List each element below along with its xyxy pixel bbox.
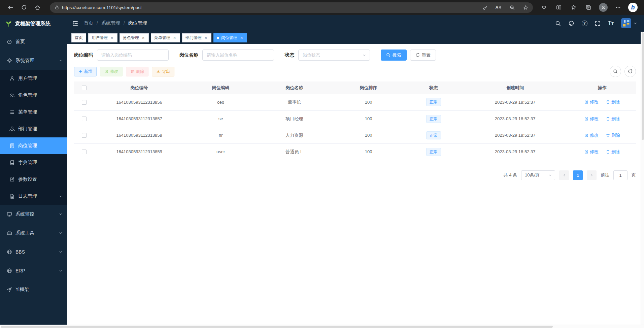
read-aloud-icon[interactable]: A bbox=[493, 3, 504, 12]
sidebar-item-dictionary[interactable]: 字典管理 bbox=[0, 154, 67, 171]
copilot-bing-button[interactable]: b bbox=[626, 2, 639, 13]
help-icon[interactable]: ? bbox=[582, 21, 587, 26]
vertical-scrollbar-thumb[interactable] bbox=[642, 32, 644, 140]
more-menu-icon[interactable] bbox=[612, 2, 624, 13]
row-checkbox[interactable] bbox=[82, 133, 87, 138]
select-all-checkbox[interactable] bbox=[82, 86, 87, 90]
sidebar-item-departments[interactable]: 部门管理 bbox=[0, 121, 67, 137]
collapse-sidebar-icon[interactable] bbox=[72, 20, 78, 27]
home-button[interactable] bbox=[32, 2, 43, 13]
sidebar-item-yi-framework[interactable]: Yi框架 bbox=[0, 280, 67, 299]
close-icon[interactable]: × bbox=[204, 36, 208, 40]
tab-departments[interactable]: 部门管理 × bbox=[182, 33, 211, 42]
export-button[interactable]: 导出 bbox=[152, 67, 174, 76]
column-header-post-name: 岗位名称 bbox=[257, 81, 331, 94]
sidebar-item-label: 参数设置 bbox=[18, 176, 63, 183]
font-size-icon[interactable]: TT bbox=[608, 20, 614, 27]
profile-button[interactable] bbox=[597, 2, 610, 13]
refresh-icon bbox=[415, 53, 420, 57]
refresh-button[interactable] bbox=[18, 2, 30, 13]
sidebar-item-monitoring[interactable]: 系统监控 bbox=[0, 205, 67, 224]
collections-icon[interactable] bbox=[582, 2, 595, 13]
export-button-label: 导出 bbox=[162, 69, 170, 74]
row-delete-button[interactable]: 删除 bbox=[606, 116, 620, 122]
password-key-icon[interactable] bbox=[480, 3, 490, 12]
row-edit-button[interactable]: 修改 bbox=[584, 116, 599, 122]
sidebar-item-label: 系统工具 bbox=[15, 230, 55, 236]
filter-label: 岗位名称 bbox=[179, 52, 198, 58]
filter-post-name: 岗位名称 bbox=[179, 50, 274, 61]
close-icon[interactable]: × bbox=[141, 36, 145, 40]
column-header-post-code: 岗位编码 bbox=[184, 81, 257, 94]
sidebar-item-menus[interactable]: 菜单管理 bbox=[0, 104, 67, 121]
tab-users[interactable]: 用户管理 × bbox=[88, 33, 117, 42]
horizontal-scrollbar-thumb[interactable] bbox=[1, 326, 553, 328]
vertical-scrollbar[interactable] bbox=[641, 32, 644, 325]
back-button[interactable] bbox=[5, 2, 16, 13]
tab-label: 用户管理 bbox=[92, 35, 108, 41]
user-menu[interactable] bbox=[621, 18, 637, 28]
sidebar-item-users[interactable]: 用户管理 bbox=[0, 70, 67, 87]
address-bar[interactable]: https://ccnetcore.com:1101/system/post A bbox=[50, 2, 533, 13]
sidebar-item-home[interactable]: 首页 bbox=[0, 32, 67, 51]
github-icon[interactable] bbox=[568, 20, 574, 26]
tab-menus[interactable]: 菜单管理 × bbox=[151, 33, 180, 42]
fullscreen-icon[interactable] bbox=[595, 21, 601, 26]
tab-home[interactable]: 首页 bbox=[71, 33, 86, 42]
row-checkbox[interactable] bbox=[82, 150, 87, 154]
post-name-input[interactable] bbox=[202, 50, 274, 61]
zoom-out-icon[interactable] bbox=[507, 3, 517, 12]
status-select[interactable]: 岗位状态 bbox=[298, 50, 370, 61]
tab-posts-active[interactable]: 岗位管理 × bbox=[213, 33, 247, 42]
add-button[interactable]: 新增 bbox=[74, 67, 97, 76]
sidebar-item-logs[interactable]: 日志管理 bbox=[0, 188, 67, 205]
row-checkbox[interactable] bbox=[82, 117, 87, 121]
tab-roles[interactable]: 角色管理 × bbox=[120, 33, 149, 42]
browser-essentials-icon[interactable] bbox=[538, 2, 550, 13]
row-delete-button[interactable]: 删除 bbox=[606, 149, 620, 155]
close-icon[interactable]: × bbox=[239, 36, 244, 40]
sidebar-item-tools[interactable]: 系统工具 bbox=[0, 224, 67, 242]
horizontal-scrollbar[interactable] bbox=[0, 325, 644, 328]
page-size-select[interactable]: 10条/页 bbox=[521, 170, 555, 180]
sidebar-item-roles[interactable]: 角色管理 bbox=[0, 87, 67, 104]
favorites-add-icon[interactable] bbox=[520, 3, 531, 12]
close-icon[interactable]: × bbox=[172, 36, 177, 40]
post-code-input[interactable] bbox=[97, 50, 169, 61]
search-icon[interactable] bbox=[555, 21, 561, 26]
sidebar-item-label: ERP bbox=[15, 268, 55, 273]
posts-table: 岗位编号 岗位编码 岗位名称 岗位排序 状态 创建时间 操作 164103059… bbox=[74, 81, 636, 160]
row-edit-button[interactable]: 修改 bbox=[584, 149, 599, 155]
goto-page-input[interactable] bbox=[613, 170, 628, 180]
reset-button[interactable]: 重置 bbox=[410, 50, 436, 61]
sidebar-item-bbs[interactable]: BBS bbox=[0, 242, 67, 261]
site-lock-icon[interactable] bbox=[55, 5, 59, 10]
row-edit-button[interactable]: 修改 bbox=[584, 132, 599, 138]
goto-label: 前往 bbox=[601, 172, 609, 178]
app-logo: 意框架管理系统 bbox=[0, 15, 67, 32]
table-toolbar: 新增 修改 删除 导出 bbox=[74, 66, 636, 77]
sidebar-item-parameters[interactable]: 参数设置 bbox=[0, 171, 67, 188]
row-checkbox[interactable] bbox=[82, 100, 87, 105]
row-delete-button[interactable]: 删除 bbox=[606, 99, 620, 105]
favorites-icon[interactable] bbox=[567, 2, 580, 13]
row-edit-button[interactable]: 修改 bbox=[584, 99, 599, 105]
status-badge: 正常 bbox=[426, 131, 441, 139]
search-button[interactable]: 搜索 bbox=[381, 50, 407, 61]
row-delete-button[interactable]: 删除 bbox=[606, 132, 620, 138]
refresh-table-button[interactable] bbox=[624, 66, 636, 77]
breadcrumb-system[interactable]: 系统管理 bbox=[93, 20, 120, 26]
monitor-icon bbox=[7, 211, 12, 217]
cell-post-id: 1641030593112313856 bbox=[94, 94, 184, 110]
sidebar-item-system[interactable]: 系统管理 bbox=[0, 51, 67, 70]
sidebar-item-erp[interactable]: ERP bbox=[0, 261, 67, 280]
breadcrumb-home[interactable]: 首页 bbox=[84, 20, 93, 26]
filter-post-code: 岗位编码 bbox=[74, 50, 169, 61]
split-screen-icon[interactable] bbox=[552, 2, 565, 13]
show-search-toggle-button[interactable] bbox=[610, 66, 621, 77]
sidebar-item-posts[interactable]: 岗位管理 bbox=[0, 137, 67, 154]
url-text[interactable]: https://ccnetcore.com:1101/system/post bbox=[62, 5, 142, 10]
cell-status: 正常 bbox=[406, 94, 462, 110]
close-icon[interactable]: × bbox=[110, 36, 114, 40]
table-header-row: 岗位编号 岗位编码 岗位名称 岗位排序 状态 创建时间 操作 bbox=[74, 81, 636, 94]
